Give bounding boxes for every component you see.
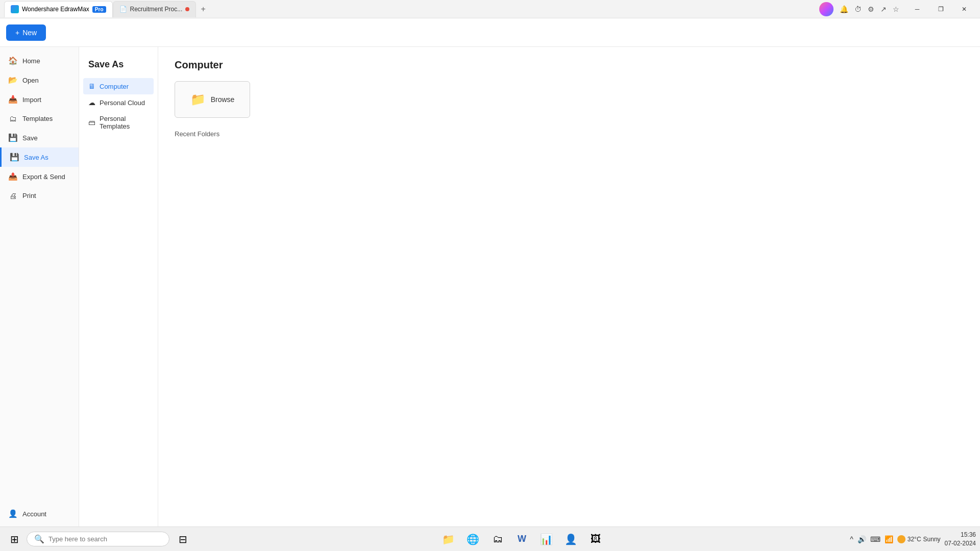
browse-label: Browse xyxy=(211,95,235,104)
new-button[interactable]: + New xyxy=(6,24,46,41)
sub-item-personal-cloud[interactable]: ☁ Personal Cloud xyxy=(83,94,154,111)
sidebar-label-open: Open xyxy=(22,77,39,84)
print-icon: 🖨 xyxy=(8,191,17,200)
app-name-label: Wondershare EdrawMax xyxy=(22,6,89,13)
sidebar-item-print[interactable]: 🖨 Print xyxy=(0,186,79,205)
open-icon: 📂 xyxy=(8,76,17,85)
pro-badge: Pro xyxy=(92,6,106,13)
settings-icon[interactable]: ⚙ xyxy=(868,5,874,13)
taskbar-search[interactable]: 🔍 xyxy=(27,532,169,546)
edrawmax-app-tab[interactable]: Wondershare EdrawMax Pro xyxy=(4,1,113,17)
sub-item-cloud-label: Personal Cloud xyxy=(100,99,145,107)
app-logo-icon xyxy=(11,5,19,13)
sub-item-templates-label: Personal Templates xyxy=(100,115,149,130)
keyboard-icon[interactable]: ⌨ xyxy=(870,535,880,543)
sidebar-top: 🏠 Home 📂 Open 📥 Import 🗂 Templates 💾 xyxy=(0,51,79,504)
sidebar-label-print: Print xyxy=(22,192,36,199)
import-icon: 📥 xyxy=(8,95,17,104)
taskbar-app-chrome[interactable]: 🌐 xyxy=(462,528,484,550)
sidebar: 🏠 Home 📂 Open 📥 Import 🗂 Templates 💾 xyxy=(0,47,79,551)
clock-widget: 15:36 07-02-2024 xyxy=(945,531,976,548)
sidebar-item-import[interactable]: 📥 Import xyxy=(0,90,79,109)
weather-condition: Sunny xyxy=(923,536,941,543)
sidebar-label-templates: Templates xyxy=(22,115,53,122)
search-icon: 🔍 xyxy=(34,534,44,544)
sub-item-computer[interactable]: 🖥 Computer xyxy=(83,78,154,94)
topbar: + New xyxy=(0,18,980,47)
unsaved-dot xyxy=(185,7,189,11)
weather-widget: 32°C Sunny xyxy=(897,535,941,543)
taskbar-apps: 📁 🌐 🗂 W 📊 👤 🖼 xyxy=(437,528,607,550)
save-icon: 💾 xyxy=(8,133,17,142)
app-window: + New 🏠 Home 📂 Open 📥 Import xyxy=(0,18,980,551)
taskbar-right: ^ 🔊 ⌨ 📶 32°C Sunny 15:36 07-02-2024 xyxy=(850,531,976,548)
sun-icon xyxy=(897,535,905,543)
sub-item-personal-templates[interactable]: 🗃 Personal Templates xyxy=(83,111,154,134)
sidebar-item-templates[interactable]: 🗂 Templates xyxy=(0,109,79,128)
taskbar-app-word[interactable]: W xyxy=(511,528,533,550)
start-button[interactable]: ⊞ xyxy=(4,529,24,549)
sidebar-label-account: Account xyxy=(22,510,46,518)
search-input[interactable] xyxy=(48,535,161,543)
main-content: Computer 📁 Browse Recent Folders xyxy=(158,47,980,551)
speaker-icon[interactable]: 🔊 xyxy=(857,535,866,543)
current-date: 07-02-2024 xyxy=(945,539,976,548)
templates-icon: 🗂 xyxy=(8,114,17,123)
titlebar: Wondershare EdrawMax Pro 📄 Recruitment P… xyxy=(0,0,980,18)
export-icon: 📤 xyxy=(8,172,17,181)
home-icon: 🏠 xyxy=(8,56,17,65)
minimize-button[interactable]: ─ xyxy=(905,1,929,17)
more-icon[interactable]: ☆ xyxy=(893,5,899,13)
sub-sidebar: Save As 🖥 Computer ☁ Personal Cloud 🗃 Pe… xyxy=(79,47,158,551)
taskbar-app-file-explorer[interactable]: 📁 xyxy=(437,528,460,550)
recent-folders-label: Recent Folders xyxy=(175,130,964,138)
sidebar-label-save-as: Save As xyxy=(24,154,48,161)
sidebar-item-export-send[interactable]: 📤 Export & Send xyxy=(0,167,79,186)
sidebar-item-home[interactable]: 🏠 Home xyxy=(0,51,79,70)
save-as-icon: 💾 xyxy=(10,153,19,162)
new-button-label: New xyxy=(22,29,37,37)
sidebar-label-import: Import xyxy=(22,96,41,104)
window-controls: ─ ❐ ✕ xyxy=(905,1,976,17)
close-button[interactable]: ✕ xyxy=(952,1,976,17)
sidebar-item-account[interactable]: 👤 Account xyxy=(0,504,79,523)
personal-templates-icon: 🗃 xyxy=(88,118,95,127)
titlebar-left: Wondershare EdrawMax Pro 📄 Recruitment P… xyxy=(4,1,210,17)
document-tab[interactable]: 📄 Recruitment Proc... xyxy=(113,1,197,17)
timer-icon[interactable]: ⏱ xyxy=(854,5,862,13)
document-tab-label: Recruitment Proc... xyxy=(130,6,183,13)
account-icon: 👤 xyxy=(8,509,17,518)
sidebar-label-home: Home xyxy=(22,57,40,65)
section-title: Computer xyxy=(175,59,964,71)
chevron-icon[interactable]: ^ xyxy=(850,535,853,543)
sidebar-item-save[interactable]: 💾 Save xyxy=(0,128,79,147)
cloud-icon: ☁ xyxy=(88,98,95,107)
add-tab-button[interactable]: + xyxy=(196,2,210,16)
sidebar-label-save: Save xyxy=(22,134,38,142)
sidebar-item-save-as[interactable]: 💾 Save As xyxy=(0,147,79,167)
sub-item-computer-label: Computer xyxy=(100,83,129,90)
new-plus-icon: + xyxy=(15,29,19,37)
current-time: 15:36 xyxy=(945,531,976,539)
browse-button[interactable]: 📁 Browse xyxy=(175,81,250,118)
sys-tray-icons: ^ 🔊 ⌨ 📶 xyxy=(850,535,893,543)
document-icon: 📄 xyxy=(119,6,127,13)
network-icon[interactable]: 📶 xyxy=(885,535,893,543)
computer-icon: 🖥 xyxy=(88,82,95,90)
taskbar-app-edraw[interactable]: 📊 xyxy=(535,528,558,550)
sub-sidebar-title: Save As xyxy=(83,55,154,78)
taskbar-left: ⊞ 🔍 ⊟ xyxy=(4,528,194,550)
content-area: 🏠 Home 📂 Open 📥 Import 🗂 Templates 💾 xyxy=(0,47,980,551)
sidebar-label-export: Export & Send xyxy=(22,173,65,181)
share-icon[interactable]: ↗ xyxy=(880,5,887,13)
weather-temp: 32°C xyxy=(908,536,921,543)
sidebar-item-open[interactable]: 📂 Open xyxy=(0,70,79,90)
taskbar: ⊞ 🔍 ⊟ 📁 🌐 🗂 W 📊 👤 🖼 ^ 🔊 ⌨ 📶 32°C Sunny 1… xyxy=(0,527,980,551)
taskbar-app-user1[interactable]: 👤 xyxy=(560,528,582,550)
user-avatar[interactable] xyxy=(819,2,834,16)
taskbar-app-user2[interactable]: 🖼 xyxy=(584,528,607,550)
taskbar-app-folder[interactable]: 🗂 xyxy=(486,528,509,550)
taskbar-task-view[interactable]: ⊟ xyxy=(172,528,194,550)
notification-icon[interactable]: 🔔 xyxy=(840,5,848,13)
restore-button[interactable]: ❐ xyxy=(929,1,952,17)
